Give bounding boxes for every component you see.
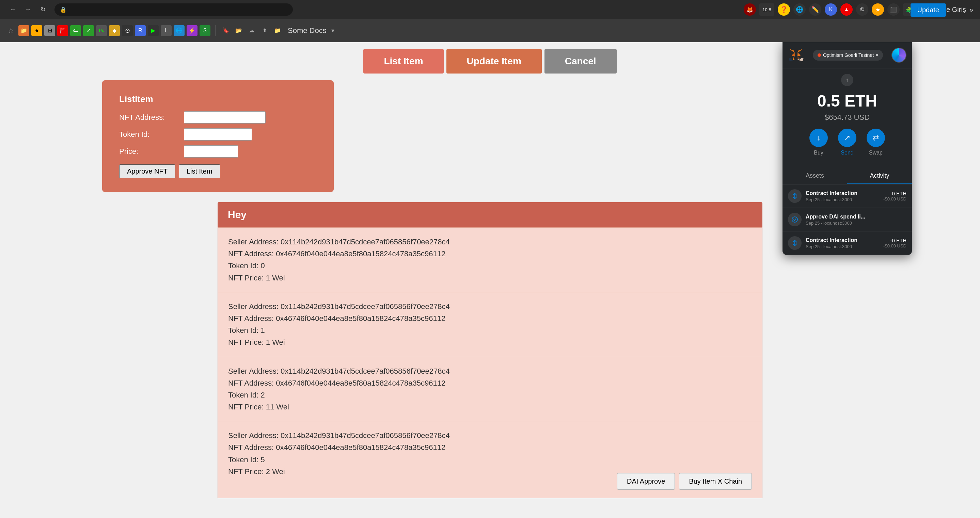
toolbar-icon-play[interactable]: ▶ [148,25,159,36]
toolbar-icon-tag[interactable]: 🏷 [70,25,81,36]
price-row: Price: [119,145,317,157]
user-avatar[interactable] [891,48,907,63]
toolbar-icon-folder[interactable]: 📁 [18,25,29,36]
svg-marker-4 [792,53,795,56]
listing-item-3: Seller Address: 0x114b242d931b47d5cdcee7… [218,421,762,498]
toolbar-icon-folder3[interactable]: 📁 [272,25,283,36]
activity-info-2: Contract Interaction Sep 25 · localhost:… [806,237,879,249]
activity-icon-0 [788,189,802,203]
metamask-logo [788,47,804,63]
extension-icon-8[interactable]: ★ [872,3,884,16]
swap-button[interactable]: ⇄ Swap [867,129,885,156]
toolbar-icon-lightning[interactable]: ⚡ [186,25,197,36]
url-input[interactable]: http://localhost:3000 [70,5,287,14]
nft-address-row: NFT Address: [119,111,317,124]
toolbar-icon-check[interactable]: ✓ [83,25,94,36]
update-item-button[interactable]: Update Item [446,49,542,73]
browser-toolbar: ☆ 📁 ★ ⊞ 🚩 🏷 ✓ Px ◆ ⊙ R ▶ L 🌐 ⚡ $ 🔖 📂 ☁ ⬆… [0,19,980,42]
token-id-input[interactable] [184,128,252,141]
toolbar-icon-flag[interactable]: 🚩 [57,25,68,36]
activity-item-0[interactable]: Contract Interaction Sep 25 · localhost:… [783,184,912,208]
activity-title-2: Contract Interaction [806,237,879,243]
list-item-button[interactable]: List Item [363,49,443,73]
toolbar-icon-folder2[interactable]: 📂 [233,25,244,36]
tab-assets[interactable]: Assets [783,168,847,184]
activity-meta-2: Sep 25 · localhost:3000 [806,244,879,249]
activity-meta-1: Sep 25 · localhost:3000 [806,221,902,226]
mm-back-button[interactable]: ↑ [841,74,853,86]
dai-approve-button[interactable]: DAI Approve [617,473,675,490]
extension-icon-6[interactable]: ▲ [840,3,853,16]
listing-2-price: NFT Price: 11 Wei [228,401,752,413]
approve-nft-button[interactable]: Approve NFT [119,164,175,178]
activity-title-0: Contract Interaction [806,190,879,196]
listing-2-seller: Seller Address: 0x114b242d931b47d5cdcee7… [228,365,752,377]
toolbar-icon-github[interactable]: ⊙ [122,25,133,36]
metamask-popup: Optimism Goerli Testnet ▾ ↑ 0.5 ETH $654… [783,42,912,255]
toolbar-icon-bookmark2[interactable]: 🔖 [220,25,231,36]
back-button[interactable]: ← [7,3,19,16]
extension-icon-3[interactable]: 🌐 [794,3,806,16]
toolbar-icon-apps[interactable]: ⊞ [44,25,55,36]
activity-eth-0: -0 ETH [883,191,907,196]
toolbar-icon-upload[interactable]: ⬆ [259,25,270,36]
some-docs-button[interactable]: Some Docs [285,25,329,37]
svg-point-12 [792,217,797,222]
buy-button[interactable]: ↓ Buy [810,129,828,156]
tab-activity[interactable]: Activity [847,168,912,184]
extension-icon-9[interactable]: ⬛ [888,3,900,16]
update-button[interactable]: Update [910,3,946,17]
toolbar-icon-dollar[interactable]: $ [200,25,210,36]
activity-amounts-2: -0 ETH -$0.00 USD [883,238,907,248]
main-content: List Item Update Item Cancel ListItem NF… [0,42,980,518]
listing-0-token: Token Id: 0 [228,260,752,272]
swap-icon-circle: ⇄ [867,129,885,147]
activity-item-2[interactable]: Contract Interaction Sep 25 · localhost:… [783,232,912,255]
toolbar-icon-star[interactable]: ★ [31,25,42,36]
nft-address-label: NFT Address: [119,113,180,122]
network-selector[interactable]: Optimism Goerli Testnet ▾ [813,50,883,60]
forward-button[interactable]: → [22,3,34,16]
mm-action-buttons: ↓ Buy ↗ Send ⇄ Swap [788,129,907,156]
listing-item-0: Seller Address: 0x114b242d931b47d5cdcee7… [218,227,762,292]
cancel-button[interactable]: Cancel [544,49,617,73]
expand-icon[interactable]: » [969,6,973,14]
eth-balance: 0.5 ETH [788,92,907,110]
activity-icon-1 [788,213,802,226]
toolbar-icon-px[interactable]: Px [96,25,107,36]
listing-item-2: Seller Address: 0x114b242d931b47d5cdcee7… [218,357,762,421]
extension-icon-2[interactable]: ❓ [778,3,790,16]
extension-icon-5[interactable]: K [825,3,837,16]
mm-body: ↑ 0.5 ETH $654.73 USD ↓ Buy ↗ Send [783,68,912,168]
toolbar-icon-l[interactable]: L [161,25,172,36]
svg-marker-3 [789,58,793,61]
bookmark-icon[interactable]: ☆ [5,25,16,36]
toolbar-icon-globe[interactable]: 🌐 [173,25,185,36]
list-item-submit-button[interactable]: List Item [179,164,220,178]
listing-1-nft: NFT Address: 0x46746f040e044ea8e5f80a158… [228,312,752,324]
extension-icon-7[interactable]: © [856,3,868,16]
price-input[interactable] [184,145,239,157]
send-button[interactable]: ↗ Send [838,129,856,156]
activity-item-1[interactable]: Approve DAI spend li... Sep 25 · localho… [783,208,912,232]
listing-0-seller: Seller Address: 0x114b242d931b47d5cdcee7… [228,236,752,248]
listing-3-nft: NFT Address: 0x46746f040e044ea8e5f80a158… [228,442,752,453]
activity-amounts-0: -0 ETH -$0.00 USD [883,191,907,202]
listing-2-nft: NFT Address: 0x46746f040e044ea8e5f80a158… [228,377,752,389]
toolbar-icon-r[interactable]: R [135,25,146,36]
listing-item-1: Seller Address: 0x114b242d931b47d5cdcee7… [218,292,762,357]
listings-container: Seller Address: 0x114b242d931b47d5cdcee7… [218,227,762,498]
browser-titlebar: ← → ↻ 🔒 http://localhost:3000 🦊 10.8 ❓ 🌐… [0,0,980,19]
buy-item-x-chain-button[interactable]: Buy Item X Chain [679,473,752,490]
extension-icon-4[interactable]: ✏️ [809,3,821,16]
reload-button[interactable]: ↻ [37,3,49,16]
nft-address-input[interactable] [184,111,266,124]
network-dropdown-icon: ▾ [876,52,878,58]
address-bar[interactable]: 🔒 http://localhost:3000 [54,3,293,16]
extension-badge: 10.8 [759,3,774,16]
listing-3-buttons: DAI Approve Buy Item X Chain [617,473,752,490]
toolbar-icon-diamond[interactable]: ◆ [109,25,120,36]
price-label: Price: [119,147,180,156]
toolbar-icon-cloud[interactable]: ☁ [246,25,257,36]
usd-balance: $654.73 USD [788,113,907,122]
